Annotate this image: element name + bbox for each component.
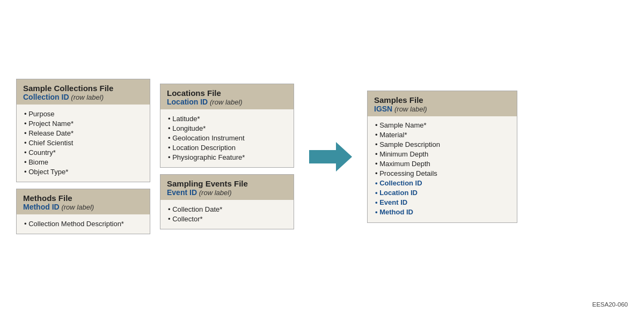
locations-card-title: Locations File — [167, 88, 287, 98]
left-column: Sample Collections File Collection ID (r… — [16, 79, 150, 234]
list-item: Latitude* — [168, 114, 288, 123]
sampling-events-card-header: Sampling Events File Event ID (row label… — [160, 175, 294, 200]
samples-card: Samples File IGSN (row label) Sample Nam… — [367, 91, 517, 223]
sampling-events-row-id: Event ID — [167, 188, 197, 197]
list-item: Release Date* — [24, 128, 144, 138]
samples-card-body: Sample Name* Material* Sample Descriptio… — [368, 116, 517, 222]
methods-row-label-line: Method ID (row label) — [23, 203, 143, 211]
list-item: Location Description — [168, 143, 288, 152]
collections-card-title: Sample Collections File — [23, 84, 143, 93]
collections-card-body: Purpose Project Name* Release Date* Chie… — [17, 105, 150, 182]
list-item: Purpose — [24, 109, 144, 118]
list-item: Geolocation Instrument — [168, 133, 288, 143]
methods-row-id: Method ID — [23, 203, 60, 211]
list-item: Processing Details — [375, 169, 511, 178]
svg-marker-0 — [309, 142, 352, 172]
list-item-event-id: Event ID — [375, 198, 511, 207]
list-item: Biome — [24, 157, 144, 167]
list-item: Physiographic Feature* — [168, 152, 288, 162]
sampling-events-row-label: (row label) — [199, 189, 232, 197]
samples-row-label: (row label) — [394, 105, 427, 113]
methods-row-label: (row label) — [61, 203, 94, 211]
collections-card-header: Sample Collections File Collection ID (r… — [17, 79, 150, 105]
locations-card-header: Locations File Location ID (row label) — [160, 84, 294, 109]
methods-card: Methods File Method ID (row label) Colle… — [16, 189, 150, 234]
sampling-events-items-list: Collection Date* Collector* — [168, 204, 288, 223]
locations-row-id: Location ID — [167, 98, 208, 106]
list-item: Longitude* — [168, 123, 288, 133]
list-item: Material* — [375, 130, 511, 140]
methods-card-title: Methods File — [23, 193, 143, 203]
list-item-method-id: Method ID — [375, 207, 511, 217]
right-column: Samples File IGSN (row label) Sample Nam… — [367, 91, 517, 223]
collections-row-label-line: Collection ID (row label) — [23, 93, 143, 101]
list-item: Collector* — [168, 214, 288, 223]
list-item: Object Type* — [24, 167, 144, 176]
methods-card-body: Collection Method Description* — [17, 214, 150, 234]
collections-items-list: Purpose Project Name* Release Date* Chie… — [24, 109, 144, 176]
list-item: Project Name* — [24, 118, 144, 128]
locations-row-label-line: Location ID (row label) — [167, 98, 287, 106]
samples-row-label-line: IGSN (row label) — [374, 105, 510, 113]
collections-row-id: Collection ID — [23, 93, 69, 101]
sampling-events-card-title: Sampling Events File — [167, 179, 287, 188]
locations-row-label: (row label) — [210, 98, 243, 106]
list-item-location-id: Location ID — [375, 188, 511, 198]
locations-card: Locations File Location ID (row label) L… — [160, 84, 294, 168]
methods-items-list: Collection Method Description* — [24, 219, 144, 228]
samples-items-list: Sample Name* Material* Sample Descriptio… — [375, 121, 511, 217]
locations-items-list: Latitude* Longitude* Geolocation Instrum… — [168, 114, 288, 162]
list-item: Sample Name* — [375, 121, 511, 130]
list-item: Country* — [24, 147, 144, 157]
sampling-events-card-body: Collection Date* Collector* — [160, 200, 294, 229]
sampling-events-card: Sampling Events File Event ID (row label… — [160, 174, 294, 229]
sampling-events-row-label-line: Event ID (row label) — [167, 188, 287, 197]
arrow-column — [309, 142, 352, 172]
list-item: Maximum Depth — [375, 159, 511, 169]
collections-row-label: (row label) — [71, 93, 104, 101]
eesa-caption: EESA20-060 — [592, 301, 628, 308]
methods-card-header: Methods File Method ID (row label) — [17, 189, 150, 214]
list-item-collection-id: Collection ID — [375, 178, 511, 188]
middle-column: Locations File Location ID (row label) L… — [160, 84, 294, 229]
samples-card-title: Samples File — [374, 95, 510, 105]
list-item: Sample Description — [375, 140, 511, 150]
list-item: Collection Date* — [168, 204, 288, 214]
list-item: Minimum Depth — [375, 150, 511, 159]
list-item: Collection Method Description* — [24, 219, 144, 228]
locations-card-body: Latitude* Longitude* Geolocation Instrum… — [160, 109, 294, 167]
samples-row-id: IGSN — [374, 105, 392, 113]
collections-card: Sample Collections File Collection ID (r… — [16, 79, 150, 182]
list-item: Chief Scientist — [24, 138, 144, 147]
samples-card-header: Samples File IGSN (row label) — [368, 91, 517, 116]
right-arrow-icon — [309, 142, 352, 172]
